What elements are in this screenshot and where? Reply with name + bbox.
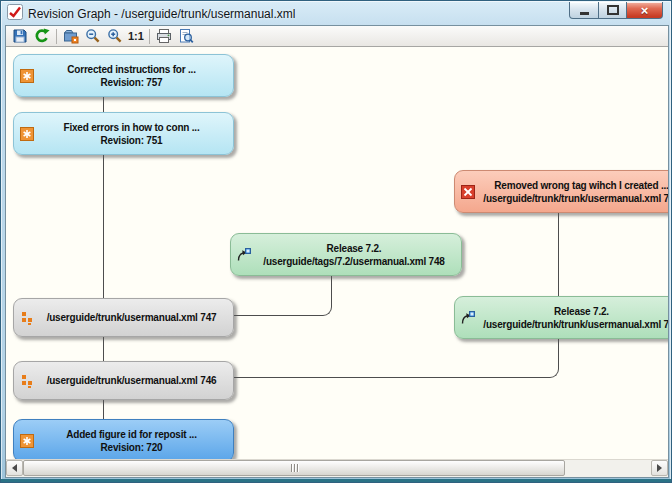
revision-graph-window: Revision Graph - /userguide/trunk/userma… (0, 0, 672, 483)
connector-line (103, 149, 104, 298)
horizontal-scrollbar[interactable] (6, 459, 668, 477)
graph-canvas[interactable]: Corrected instructions for ... Revision:… (6, 47, 668, 460)
node-comment: Corrected instructions for ... (36, 63, 227, 76)
thumb-grip-icon (291, 464, 292, 472)
node-path-label: /userguide/tags/7.2/usermanual.xml 748 (253, 255, 455, 268)
node-comment: Fixed errors in how to conn ... (36, 121, 227, 134)
thumb-grip-icon (297, 464, 298, 472)
window-title: Revision Graph - /userguide/trunk/userma… (28, 7, 295, 21)
toolbar-separator (56, 29, 57, 44)
window-frame-edge (1, 479, 671, 482)
tag-branch-icon (236, 248, 251, 262)
thumb-grip-icon (294, 464, 295, 472)
node-revision-label: Revision: 751 (36, 134, 227, 147)
minimize-button[interactable] (569, 2, 599, 19)
revision-node-746[interactable]: /userguide/trunk/usermanual.xml 746 (13, 361, 234, 400)
toolbar-separator (149, 29, 150, 44)
node-comment: Removed wrong tag wihch I created ... (477, 179, 668, 192)
maximize-button[interactable] (599, 2, 626, 19)
app-icon (7, 4, 23, 24)
floppy-disk-icon (12, 28, 28, 44)
revision-node-747-tag[interactable]: Release 7.2. /userguide/trunk/trunk/user… (454, 296, 668, 339)
revision-node-720[interactable]: Added figure id for reposit ... Revision… (13, 419, 234, 460)
save-button[interactable] (9, 27, 31, 45)
arrow-left-icon (12, 464, 17, 472)
scroll-left-button[interactable] (6, 460, 23, 476)
close-icon: × (641, 4, 649, 17)
node-comment: Added figure id for reposit ... (36, 428, 227, 441)
refresh-button[interactable] (31, 27, 53, 45)
client-area: 1:1 Corrected instructions fo (5, 25, 669, 478)
page-magnifier-icon (178, 28, 194, 44)
revision-node-757[interactable]: Corrected instructions for ... Revision:… (13, 54, 234, 97)
minimize-icon (580, 12, 589, 15)
renamed-icon (19, 374, 34, 388)
printer-icon (156, 28, 172, 44)
zoom-100-button[interactable]: 1:1 (126, 27, 146, 45)
revision-node-748[interactable]: Release 7.2. /userguide/tags/7.2/userman… (230, 233, 462, 276)
maximize-icon (607, 5, 619, 15)
node-path-label: /userguide/trunk/usermanual.xml 747 (36, 311, 227, 324)
revision-node-751[interactable]: Fixed errors in how to conn ... Revision… (13, 112, 234, 155)
magnifier-minus-icon (85, 28, 101, 44)
modified-icon (19, 434, 34, 448)
titlebar[interactable]: Revision Graph - /userguide/trunk/userma… (7, 4, 561, 24)
node-path-label: /userguide/trunk/trunk/usermanual.xml 74… (477, 318, 668, 331)
revision-node-747-trunk[interactable]: /userguide/trunk/usermanual.xml 747 (13, 298, 234, 337)
close-button[interactable]: × (626, 2, 663, 19)
node-revision-label: Revision: 720 (36, 441, 227, 454)
zoom-in-button[interactable] (104, 27, 126, 45)
arrow-right-icon (657, 464, 662, 472)
zoom-out-button[interactable] (82, 27, 104, 45)
window-controls: × (569, 2, 663, 19)
toolbar: 1:1 (6, 26, 668, 47)
node-path-label: /userguide/trunk/trunk/usermanual.xml 74… (477, 192, 668, 205)
group-branches-button[interactable] (60, 27, 82, 45)
folder-overlay-icon (63, 28, 79, 44)
refresh-arrow-icon (34, 28, 50, 44)
scrollbar-thumb[interactable] (23, 460, 565, 476)
modified-icon (19, 127, 34, 141)
print-preview-button[interactable] (175, 27, 197, 45)
print-button[interactable] (153, 27, 175, 45)
node-revision-label: Revision: 757 (36, 76, 227, 89)
revision-node-749[interactable]: Removed wrong tag wihch I created ... /u… (454, 170, 668, 213)
deleted-icon (460, 185, 475, 199)
scroll-right-button[interactable] (651, 460, 668, 476)
node-comment: Release 7.2. (477, 305, 668, 318)
node-path-label: /userguide/trunk/usermanual.xml 746 (36, 374, 227, 387)
tag-branch-icon (460, 311, 475, 325)
node-comment: Release 7.2. (253, 242, 455, 255)
renamed-icon (19, 311, 34, 325)
modified-icon (19, 69, 34, 83)
magnifier-plus-icon (107, 28, 123, 44)
